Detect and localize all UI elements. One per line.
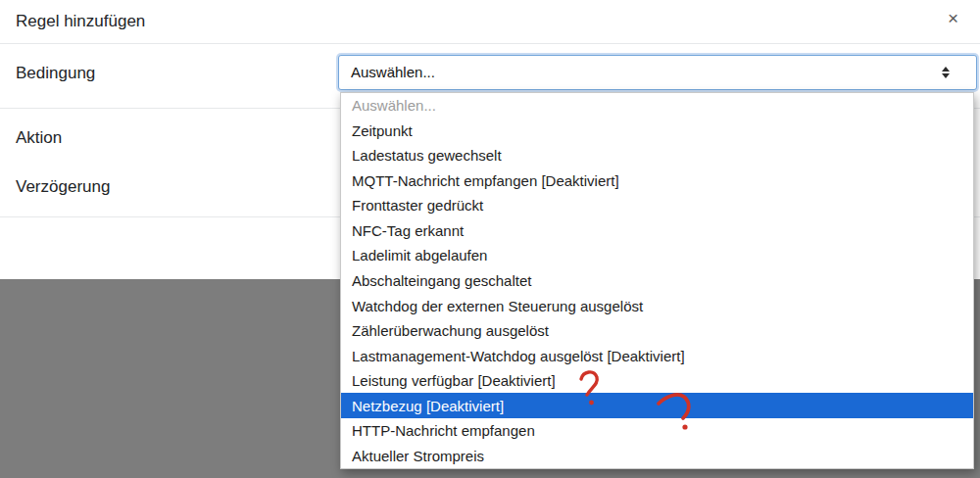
action-label: Aktion [16,128,62,148]
dropdown-option[interactable]: HTTP-Nachricht empfangen [341,418,973,444]
modal-title: Regel hinzufügen [16,12,145,31]
dropdown-option[interactable]: Ladelimit abgelaufen [341,243,973,268]
screen: Regel hinzufügen × Bedingung Aktion Verz… [0,0,980,478]
dropdown-option[interactable]: Abschalteingang geschaltet [341,268,973,294]
up-down-spinner-icon [942,67,950,78]
dropdown-option[interactable]: NFC-Tag erkannt [341,218,973,244]
modal-header: Regel hinzufügen × [0,0,980,44]
dropdown-option[interactable]: Leistung verfügbar [Deaktiviert] [341,368,973,394]
dropdown-option-selected[interactable]: Netzbezug [Deaktiviert] [341,393,973,418]
condition-label: Bedingung [16,64,95,83]
condition-select[interactable]: Auswählen... [338,55,977,90]
dropdown-option[interactable]: Auswählen... [341,93,973,119]
dropdown-option[interactable]: Ladestatus gewechselt [341,143,973,168]
dropdown-option[interactable]: MQTT-Nachricht empfangen [Deaktiviert] [341,168,973,194]
close-icon[interactable]: × [948,9,958,27]
dropdown-option[interactable]: Zählerüberwachung ausgelöst [341,318,973,344]
dropdown-option[interactable]: Lastmanagement-Watchdog ausgelöst [Deakt… [341,343,973,368]
condition-dropdown-list: Auswählen... Zeitpunkt Ladestatus gewech… [340,92,974,469]
delay-label: Verzögerung [16,177,110,197]
condition-select-value: Auswählen... [351,56,435,89]
dropdown-option[interactable]: Fronttaster gedrückt [341,193,973,218]
dropdown-option[interactable]: Aktueller Strompreis [341,443,973,468]
dropdown-option[interactable]: Zeitpunkt [341,119,973,144]
dropdown-option[interactable]: Watchdog der externen Steuerung ausgelös… [341,293,973,318]
